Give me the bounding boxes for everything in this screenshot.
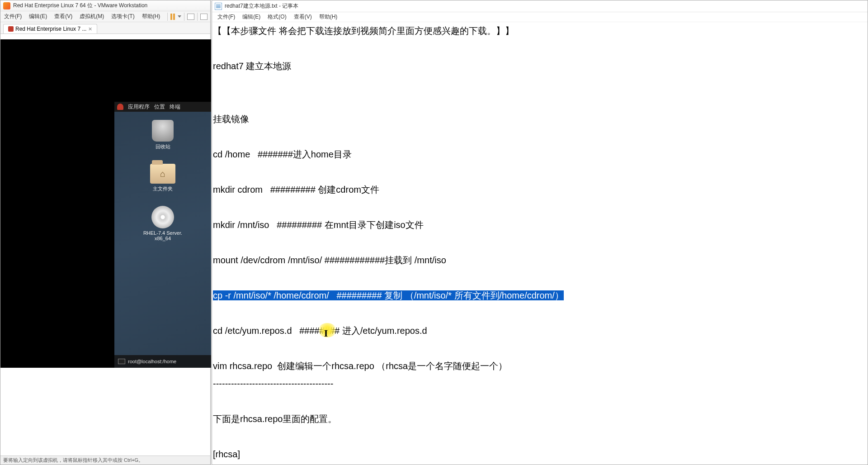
snapshot-icon[interactable] — [200, 14, 208, 20]
home-label: 主文件夹 — [153, 185, 173, 192]
menu-vm[interactable]: 虚拟机(M) — [76, 13, 108, 20]
notepad-menu-bar: 文件(F) 编辑(E) 格式(O) 查看(V) 帮助(H) — [212, 12, 868, 22]
vmware-tab-bar: Red Hat Enterprise Linux 7 ... ✕ — [0, 22, 210, 34]
vmware-title: Red Hat Enterprise Linux 7 64 位 - VMware… — [13, 2, 147, 9]
text-line: cd /etc/yum.repos.d #### — [213, 326, 320, 336]
gnome-terminal-menu[interactable]: 终端 — [170, 103, 180, 111]
notepad-window: redhat7建立本地源.txt - 记事本 文件(F) 编辑(E) 格式(O)… — [212, 0, 868, 465]
np-menu-file[interactable]: 文件(F) — [214, 13, 239, 21]
vmware-window: Red Hat Enterprise Linux 7 64 位 - VMware… — [0, 0, 211, 465]
menu-tabs[interactable]: 选项卡(T) — [108, 13, 138, 20]
folder-icon: ⌂ — [150, 164, 175, 184]
text-line: 挂载镜像 — [213, 114, 249, 124]
text-line: ---------------------------------------- — [213, 379, 333, 389]
home-folder-icon[interactable]: ⌂ 主文件夹 — [150, 164, 175, 192]
text-line: # 进入/etc/yum.repos.d — [335, 326, 427, 336]
redhat-logo-icon — [117, 104, 123, 110]
gnome-taskbar: root@localhost:/home — [114, 355, 211, 368]
vmware-status-text: 要将输入定向到该虚拟机，请将鼠标指针移入其中或按 Ctrl+G。 — [3, 457, 143, 463]
np-menu-edit[interactable]: 编辑(E) — [239, 13, 264, 21]
gnome-top-bar: 应用程序 位置 终端 — [114, 102, 211, 112]
trash-label: 回收站 — [156, 143, 170, 150]
menu-file[interactable]: 文件(F) — [0, 13, 25, 20]
toolbar-separator — [197, 13, 198, 21]
notepad-app-icon — [215, 3, 222, 10]
notepad-title: redhat7建立本地源.txt - 记事本 — [225, 2, 298, 10]
terminal-icon[interactable] — [118, 359, 125, 364]
np-menu-view[interactable]: 查看(V) — [290, 13, 316, 21]
text-line: 【【本步骤文件 将会把下载连接放到视频简介里面方便感兴趣的下载。】】 — [213, 26, 514, 36]
np-menu-help[interactable]: 帮助(H) — [316, 13, 341, 21]
menu-edit[interactable]: 编辑(E) — [25, 13, 51, 20]
disc-icon — [151, 206, 174, 228]
text-line: 下面是rhcsa.repo里面的配置。 — [213, 414, 337, 424]
text-line: ### — [320, 326, 335, 336]
text-line: mkdir cdrom ######### 创建cdrom文件 — [213, 185, 379, 195]
np-menu-format[interactable]: 格式(O) — [264, 13, 290, 21]
redhat-tab-icon — [8, 26, 14, 32]
notepad-text-area[interactable]: 【【本步骤文件 将会把下载连接放到视频简介里面方便感兴趣的下载。】】 redha… — [212, 22, 868, 465]
menu-help[interactable]: 帮助(H) — [138, 13, 164, 20]
taskbar-entry[interactable]: root@localhost:/home — [128, 359, 176, 364]
vmware-titlebar[interactable]: Red Hat Enterprise Linux 7 64 位 - VMware… — [0, 0, 210, 11]
text-line: mkdir /mnt/iso ######### 在mnt目录下创建iso文件 — [213, 220, 424, 230]
text-line: [rhcsa] — [213, 449, 240, 459]
toolbar-separator — [167, 13, 168, 21]
vmware-app-icon — [3, 2, 10, 9]
vmware-status-bar: 要将输入定向到该虚拟机，请将鼠标指针移入其中或按 Ctrl+G。 — [0, 456, 210, 465]
menu-view[interactable]: 查看(V) — [51, 13, 76, 20]
send-keys-icon[interactable] — [187, 14, 194, 20]
vm-tab-label: Red Hat Enterprise Linux 7 ... — [15, 26, 86, 32]
desktop-icons: 回收站 ⌂ 主文件夹 RHEL-7.4 Server. x86_64 — [114, 120, 211, 241]
text-line: vim rhcsa.repo 创建编辑一个rhcsa.repo （rhcsa是一… — [213, 361, 507, 371]
text-line: mount /dev/cdrom /mnt/iso/ ############挂… — [213, 255, 446, 265]
gnome-places[interactable]: 位置 — [154, 103, 165, 111]
vm-screen[interactable]: 应用程序 位置 终端 回收站 ⌂ 主文件夹 RHEL-7.4 Server. x… — [0, 39, 211, 368]
disc-label: RHEL-7.4 Server. x86_64 — [143, 230, 182, 241]
disc-desktop-icon[interactable]: RHEL-7.4 Server. x86_64 — [143, 206, 182, 241]
selected-text: cp -r /mnt/iso/* /home/cdrom/ ######### … — [213, 290, 564, 300]
vm-tab[interactable]: Red Hat Enterprise Linux 7 ... ✕ — [3, 24, 97, 33]
gnome-applications[interactable]: 应用程序 — [128, 103, 150, 111]
close-icon[interactable]: ✕ — [88, 26, 92, 32]
trash-desktop-icon[interactable]: 回收站 — [152, 120, 174, 150]
pause-icon[interactable] — [170, 14, 175, 20]
trash-icon — [152, 120, 174, 142]
power-dropdown-icon[interactable] — [178, 15, 181, 18]
vmware-menu-bar: 文件(F) 编辑(E) 查看(V) 虚拟机(M) 选项卡(T) 帮助(H) — [0, 11, 210, 22]
text-line: redhat7 建立本地源 — [213, 61, 291, 71]
toolbar-separator — [184, 13, 184, 21]
vmware-toolbar — [167, 13, 210, 21]
gnome-desktop[interactable]: 应用程序 位置 终端 回收站 ⌂ 主文件夹 RHEL-7.4 Server. x… — [114, 102, 211, 368]
notepad-titlebar[interactable]: redhat7建立本地源.txt - 记事本 — [212, 0, 868, 12]
text-line: cd /home #######进入home目录 — [213, 149, 352, 159]
